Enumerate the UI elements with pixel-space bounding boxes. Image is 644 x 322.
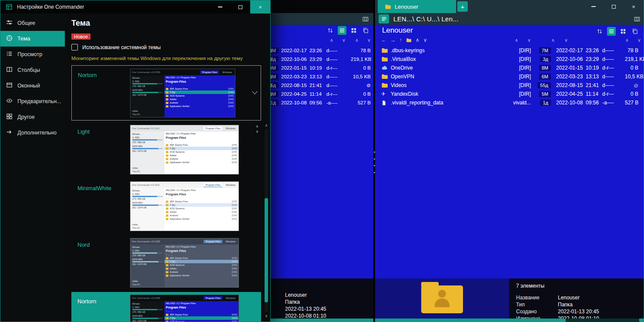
close-button[interactable]: × — [250, 0, 270, 13]
pane-toolbar — [595, 27, 639, 36]
file-type: [DIR] — [519, 65, 531, 71]
theme-option-light[interactable]: LightOne Commander 3.0.18.0Program Files… — [71, 122, 261, 179]
file-row[interactable]: OneDrive[DIR]8M2022-01-15 10:19d-r---0 B — [375, 64, 644, 72]
chevron-down-icon[interactable] — [252, 88, 258, 94]
theme-dropdown[interactable]: Nortorn One Commander v3 β.555Program Fi… — [71, 65, 261, 121]
sort-desc-icon[interactable]: ∨ — [367, 37, 371, 43]
sort-desc-icon[interactable]: ∨ — [342, 37, 345, 43]
file-attributes: d----- — [602, 82, 625, 88]
selected-theme-name: Nortorn — [78, 72, 97, 78]
grid-view-icon[interactable] — [619, 27, 627, 36]
theme-preview-minimal: One Commander 3.0.18.0Program FilesWindo… — [130, 181, 239, 231]
file-name: .dbus-keyrings — [391, 47, 509, 54]
file-row[interactable]: OpenVPN[DIR]6M2022-03-23 13:13d-----10,5… — [375, 72, 644, 81]
new-badge: Новое — [71, 34, 91, 40]
detail-value: 2022-01-13 20:45 — [558, 308, 599, 315]
sort-desc-icon[interactable]: ∨ — [637, 37, 641, 43]
sort-asc-icon[interactable]: ∧ — [416, 37, 419, 43]
selection-preview — [375, 278, 509, 319]
menu-icon[interactable] — [379, 14, 389, 23]
system-theme-checkbox[interactable] — [71, 44, 78, 50]
sort-asc-icon[interactable]: ∧ — [330, 37, 333, 43]
new-tab-button[interactable]: + — [457, 1, 468, 12]
file-row[interactable]: .VirtualBox[DIR]3д2022-10-06 23:29d-----… — [375, 55, 644, 64]
list-icon — [6, 50, 13, 58]
sidebar-item-preview[interactable]: Предварительн... — [0, 94, 65, 109]
theme-option-minimalwhite[interactable]: MinimalWhiteOne Commander 3.0.18.0Progra… — [71, 179, 261, 235]
vertical-scrollbar[interactable]: ∧ ∨ — [264, 123, 269, 318]
sidebar-item-view[interactable]: Просмотр — [0, 47, 65, 62]
file-row[interactable]: ✈YandexDisk[DIR]5M2022-04-25 11:14d-r---… — [375, 90, 644, 98]
file-attributes: d-r--- — [326, 91, 351, 97]
file-size: 78 B — [360, 48, 371, 53]
file-row[interactable]: .vivaldi_reporting_datavivald...1д2022-1… — [375, 98, 644, 107]
maximize-button[interactable] — [604, 0, 624, 13]
file-age-badge: 3д — [540, 56, 551, 62]
close-button[interactable]: × — [624, 0, 644, 13]
detail-label: Тип — [516, 301, 558, 308]
folder-icon[interactable] — [406, 37, 412, 43]
file-date: 2022-04-25 11:14 — [551, 91, 602, 97]
sort-asc-icon[interactable]: ∧ — [551, 37, 555, 43]
file-size: ⊘ — [634, 82, 638, 89]
shared-folder-icon — [421, 285, 463, 313]
dual-pane-icon[interactable] — [361, 26, 370, 35]
file-age-badge: 8M — [539, 65, 551, 71]
sidebar-item-columns[interactable]: Столбцы — [0, 62, 65, 78]
sidebar-item-general[interactable]: Общее — [0, 15, 65, 31]
file-size: 0 B — [631, 65, 638, 71]
horizontal-scrollbar[interactable] — [375, 319, 644, 322]
columns-layout-icon[interactable] — [634, 16, 640, 22]
sort-asc-icon[interactable]: ∧ — [355, 37, 359, 43]
file-date: 2022-10-06 23:29 — [551, 56, 602, 62]
minimize-button[interactable] — [210, 0, 230, 13]
maximize-button[interactable] — [230, 0, 250, 13]
sort-desc-icon[interactable]: ∨ — [423, 37, 427, 43]
scrollbar-end[interactable] — [639, 319, 644, 322]
grid-view-icon[interactable] — [349, 26, 358, 35]
scrollbar-track[interactable] — [265, 129, 268, 312]
theme-option-nortorn[interactable]: NortornOne Commander v3 β.555Program Fil… — [71, 292, 261, 322]
detail-row: НазваниеLenouser — [516, 294, 644, 301]
window-resize-handle[interactable] — [372, 148, 376, 177]
forward-icon[interactable]: → — [390, 37, 396, 43]
list-view-icon[interactable] — [607, 27, 616, 36]
theme-list: LightOne Commander 3.0.18.0Program Files… — [71, 122, 261, 322]
file-type: [DIR] — [519, 47, 531, 54]
breadcrumb[interactable]: LEN...\ C:\ U...\ Len... — [393, 15, 459, 23]
file-size: 78 B — [627, 47, 638, 54]
sort-desc-icon[interactable]: ∨ — [527, 37, 531, 43]
sidebar-item-other[interactable]: Другое — [0, 109, 65, 125]
sort-desc-icon[interactable]: ∨ — [564, 37, 568, 43]
file-attributes: d----- — [602, 74, 625, 80]
tab-lenouser[interactable]: Lenouser — [378, 0, 456, 13]
sort-icon[interactable] — [595, 27, 604, 36]
file-size: 0 B — [631, 91, 638, 97]
minimize-button[interactable] — [584, 0, 604, 13]
file-age-badge: 5M — [539, 91, 551, 97]
file-size: 527 B — [625, 100, 638, 106]
theme-option-nord[interactable]: NordOne Commander v3 β.555Program FilesW… — [71, 235, 261, 292]
sort-icon[interactable] — [326, 26, 335, 35]
sidebar-item-window[interactable]: Оконный — [0, 78, 65, 94]
scrollbar-thumb[interactable] — [375, 319, 566, 322]
scroll-up-icon[interactable]: ∧ — [264, 123, 269, 127]
scrollbar-thumb[interactable] — [265, 198, 268, 302]
up-icon[interactable]: ↑ — [399, 37, 402, 43]
scroll-down-icon[interactable]: ∨ — [264, 314, 269, 318]
sidebar-item-theme[interactable]: Тема — [0, 31, 65, 47]
back-icon[interactable]: ← — [381, 37, 386, 43]
list-scroll-arrows[interactable]: ∧∨ — [255, 124, 260, 134]
list-view-icon[interactable] — [338, 26, 346, 35]
file-row[interactable]: Videos[DIR]55д2022-08-15 21:41d-----⊘ — [375, 81, 644, 90]
file-date: 2022-10-08 09:56 — [278, 100, 326, 105]
sidebar-item-advanced[interactable]: Дополнительно — [0, 125, 65, 141]
sort-asc-icon[interactable]: ∧ — [515, 37, 518, 43]
info-line: 2022-01-13 20:45 — [285, 305, 373, 312]
file-row[interactable]: .dbus-keyrings[DIR]7M2022-02-17 23:26d--… — [375, 46, 644, 55]
pane-folder-title: Lenouser — [382, 26, 413, 35]
sidebar-item-label: Столбцы — [17, 67, 40, 73]
dual-pane-icon[interactable] — [631, 27, 639, 36]
sort-asc-icon[interactable]: ∧ — [625, 37, 629, 43]
columns-layout-icon[interactable] — [361, 15, 370, 23]
